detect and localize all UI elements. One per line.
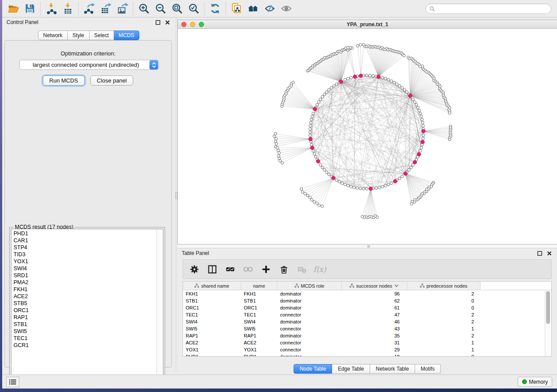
table-row[interactable]: RAP1RAP1dominator352: [183, 332, 551, 339]
mcds-result-item[interactable]: SWI5: [11, 328, 156, 335]
network-node[interactable]: [419, 112, 422, 115]
network-node[interactable]: [375, 187, 377, 189]
network-node[interactable]: [405, 91, 408, 93]
network-node[interactable]: [387, 79, 390, 81]
network-leaf-node[interactable]: [279, 159, 281, 162]
close-table-panel-button[interactable]: [546, 250, 553, 257]
network-mcds-node[interactable]: [408, 94, 412, 97]
column-header-name[interactable]: name: [241, 282, 277, 290]
network-node[interactable]: [390, 80, 393, 83]
network-node[interactable]: [313, 152, 315, 155]
network-node[interactable]: [349, 185, 352, 188]
network-node[interactable]: [332, 85, 335, 87]
network-node[interactable]: [415, 103, 418, 106]
mcds-result-item[interactable]: STP4: [11, 244, 156, 251]
create-column-button[interactable]: [261, 264, 271, 275]
network-node[interactable]: [387, 183, 390, 186]
save-session-button[interactable]: [21, 1, 38, 16]
zoom-selected-button[interactable]: [185, 1, 202, 16]
first-neighbors-button[interactable]: [245, 1, 261, 16]
network-node[interactable]: [393, 81, 395, 84]
tab-select[interactable]: Select: [90, 31, 114, 40]
network-mcds-node[interactable]: [421, 140, 424, 144]
network-mcds-node[interactable]: [353, 75, 356, 79]
table-row[interactable]: YOX1YOX1connector291: [183, 346, 551, 353]
network-node[interactable]: [390, 182, 393, 185]
network-node[interactable]: [378, 186, 381, 189]
mcds-result-item[interactable]: SRD1: [11, 272, 156, 279]
mcds-result-item[interactable]: PHD1: [11, 230, 156, 237]
network-node[interactable]: [413, 101, 416, 103]
network-node[interactable]: [321, 96, 324, 98]
float-panel-button[interactable]: [154, 19, 161, 26]
network-node[interactable]: [421, 121, 424, 124]
network-node[interactable]: [403, 89, 406, 91]
network-mcds-node[interactable]: [339, 80, 343, 83]
mcds-result-item[interactable]: RAP1: [11, 314, 156, 321]
network-node[interactable]: [309, 127, 311, 130]
network-leaf-node[interactable]: [278, 157, 280, 160]
table-row[interactable]: PHD1PHD1dominator180: [183, 353, 551, 357]
network-leaf-node[interactable]: [301, 191, 304, 193]
network-node[interactable]: [365, 74, 368, 77]
network-leaf-node[interactable]: [300, 188, 303, 190]
network-node[interactable]: [319, 98, 322, 100]
network-node[interactable]: [422, 134, 425, 137]
network-node[interactable]: [398, 85, 401, 87]
network-node[interactable]: [347, 77, 349, 80]
network-node[interactable]: [369, 74, 371, 77]
network-node[interactable]: [328, 89, 330, 91]
network-leaf-node[interactable]: [403, 54, 405, 57]
network-node[interactable]: [356, 187, 359, 189]
network-mcds-node[interactable]: [310, 146, 314, 149]
network-leaf-node[interactable]: [448, 138, 451, 141]
network-node[interactable]: [309, 121, 312, 124]
network-mcds-node[interactable]: [316, 159, 320, 163]
network-node[interactable]: [330, 86, 332, 89]
network-leaf-node[interactable]: [281, 162, 284, 164]
network-leaf-node[interactable]: [318, 204, 320, 206]
import-network-button[interactable]: [43, 1, 59, 16]
network-node[interactable]: [321, 166, 324, 169]
mcds-result-item[interactable]: CAR1: [11, 237, 156, 244]
network-node[interactable]: [328, 173, 330, 175]
mcds-result-item[interactable]: STB5: [11, 300, 156, 307]
network-leaf-node[interactable]: [277, 155, 280, 157]
network-node[interactable]: [410, 166, 412, 169]
task-history-button[interactable]: [6, 377, 19, 387]
hide-selected-button[interactable]: [261, 1, 278, 16]
network-mcds-node[interactable]: [413, 160, 416, 164]
network-node[interactable]: [341, 182, 343, 185]
network-node[interactable]: [344, 183, 346, 186]
float-table-panel-button[interactable]: [536, 250, 543, 257]
network-node[interactable]: [325, 171, 328, 173]
network-leaf-node[interactable]: [313, 200, 315, 203]
network-node[interactable]: [359, 187, 362, 190]
mcds-result-item[interactable]: GCR1: [11, 342, 156, 349]
network-node[interactable]: [349, 76, 352, 79]
network-mcds-node[interactable]: [377, 75, 380, 79]
tab-network[interactable]: Network: [38, 31, 68, 40]
network-mcds-node[interactable]: [359, 74, 363, 77]
network-leaf-node[interactable]: [274, 140, 277, 143]
tab-style[interactable]: Style: [68, 31, 90, 40]
network-node[interactable]: [422, 124, 424, 127]
network-mcds-node[interactable]: [332, 176, 335, 180]
refresh-button[interactable]: [207, 1, 223, 16]
network-mcds-node[interactable]: [313, 107, 317, 111]
network-node[interactable]: [420, 115, 422, 118]
close-panel-button-2[interactable]: Close panel: [90, 76, 134, 86]
export-table-button[interactable]: [97, 1, 114, 16]
table-row[interactable]: FKH1FKH1dominator962: [183, 290, 551, 297]
table-row[interactable]: ORC1ORC1dominator610: [183, 304, 551, 311]
network-node[interactable]: [309, 124, 311, 127]
network-leaf-node[interactable]: [361, 215, 363, 218]
network-leaf-node[interactable]: [311, 199, 313, 201]
network-node[interactable]: [365, 187, 368, 190]
network-node[interactable]: [309, 131, 311, 134]
network-leaf-node[interactable]: [321, 205, 323, 207]
network-node[interactable]: [421, 118, 423, 121]
network-leaf-node[interactable]: [448, 112, 451, 114]
column-header-successor-nodes[interactable]: successor nodes: [342, 282, 407, 290]
table-row[interactable]: ACE2ACE2connector311: [183, 339, 551, 346]
